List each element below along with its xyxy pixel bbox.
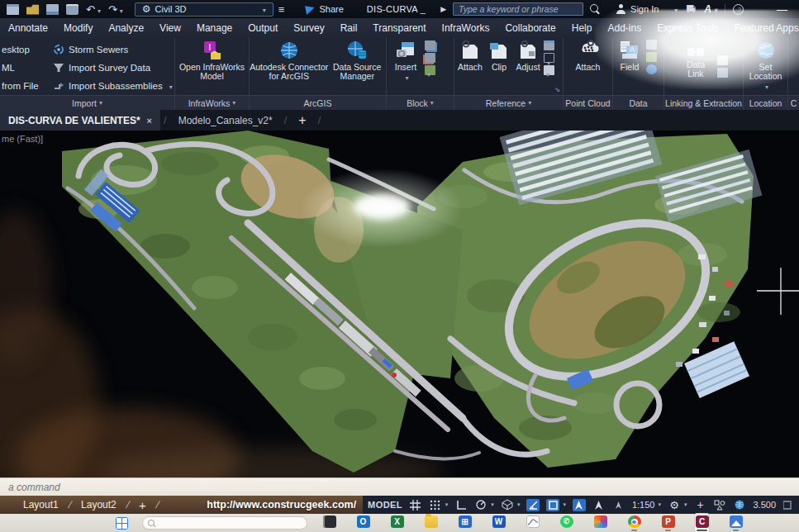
redo-icon[interactable]: ↷ [108, 4, 123, 15]
polar-dropdown-icon[interactable]: ▾ [491, 501, 494, 508]
isometric-drafting-toggle[interactable] [501, 499, 514, 511]
taskbar-app-powerpoint[interactable]: P [661, 514, 675, 532]
field-button[interactable]: A Field [613, 37, 646, 95]
iso-dropdown-icon[interactable]: ▾ [517, 501, 521, 508]
account-dropdown-icon[interactable] [672, 4, 678, 14]
tab-infraworks[interactable]: InfraWorks [442, 22, 490, 34]
tab-manage[interactable]: Manage [197, 22, 232, 34]
subassemblies-dropdown-icon[interactable] [167, 81, 173, 91]
update-fields-icon[interactable] [646, 40, 657, 50]
grid-display-toggle[interactable] [409, 499, 422, 511]
extract-data-icon[interactable] [717, 55, 728, 65]
taskbar-app-chrome[interactable] [627, 514, 641, 532]
import-landxml-item[interactable]: ML [2, 59, 39, 77]
search-input[interactable] [453, 2, 583, 16]
tab-rail[interactable]: Rail [340, 22, 358, 34]
help-icon[interactable] [733, 4, 744, 15]
ole-object-icon[interactable] [646, 52, 657, 62]
start-button[interactable] [116, 517, 128, 530]
model-space-button[interactable]: MODEL [368, 500, 402, 510]
tab-survey[interactable]: Survey [293, 22, 324, 34]
tab-output[interactable]: Output [248, 22, 278, 34]
taskbar-app-grapher[interactable] [526, 514, 540, 532]
polar-tracking-toggle[interactable] [474, 499, 487, 511]
edit-attributes-icon[interactable] [425, 65, 435, 75]
tab-collaborate[interactable]: Collaborate [505, 22, 555, 34]
panel-label-infraworks[interactable]: InfraWorks [175, 95, 249, 110]
minimize-button[interactable]: — [777, 3, 787, 16]
qat-overflow-icon[interactable]: ≡ [278, 4, 285, 15]
tab-analyze[interactable]: Analyze [108, 22, 144, 34]
write-block-icon[interactable] [425, 53, 435, 63]
new-layout-button[interactable]: + [139, 498, 146, 512]
customization-button[interactable] [693, 499, 706, 511]
panel-label-block[interactable]: Block [387, 95, 454, 110]
annotation-scale-value[interactable]: 1:150 [632, 500, 655, 510]
snap-dropdown-icon[interactable]: ▾ [445, 501, 449, 508]
import-points-from-file-item[interactable]: from File [2, 77, 39, 95]
clean-screen-icon[interactable] [781, 499, 794, 511]
annotation-scale-icon[interactable] [612, 499, 625, 511]
isolate-objects-button[interactable] [713, 499, 726, 511]
open-file-icon[interactable] [26, 4, 39, 15]
underlay-layers-icon[interactable] [544, 40, 554, 50]
hyperlink-globe-icon[interactable] [646, 64, 657, 74]
tab-help[interactable]: Help [572, 22, 592, 34]
sign-in-button[interactable]: Sign In [630, 4, 659, 14]
search-icon[interactable] [590, 4, 601, 15]
adjust-reference-button[interactable]: Adjust [512, 37, 544, 95]
workspace-switcher[interactable]: Civil 3D [135, 2, 273, 17]
drawing-tab-modelo-canales[interactable]: Modelo_Canales_v2* [170, 110, 281, 131]
panel-label-reference[interactable]: Reference [454, 95, 563, 110]
tab-modify[interactable]: Modify [64, 22, 93, 34]
clip-reference-button[interactable]: Clip [486, 37, 512, 95]
tab-transparent[interactable]: Transparent [373, 22, 426, 34]
layout2-tab[interactable]: Layout2 [81, 499, 117, 511]
taskbar-app-terminal[interactable] [322, 514, 336, 532]
layout1-tab[interactable]: Layout1 [23, 499, 59, 511]
annotation-visibility-toggle[interactable] [573, 499, 586, 511]
attach-reference-button[interactable]: Attach [454, 37, 486, 95]
panel-label-import[interactable]: Import [0, 95, 174, 110]
save-icon[interactable] [46, 4, 59, 15]
annotation-autoscale-toggle[interactable] [592, 499, 606, 511]
taskbar-app-photos[interactable] [729, 514, 743, 532]
snap-to-underlay-icon[interactable] [544, 65, 554, 75]
workspace-dropdown-icon[interactable] [260, 4, 266, 14]
update-table-icon[interactable] [717, 68, 728, 78]
new-file-icon[interactable] [7, 4, 19, 15]
taskbar-app-word[interactable]: W [492, 514, 506, 532]
new-drawing-tab-button[interactable]: + [290, 110, 314, 131]
arcgis-connector-button[interactable]: Autodesk Connector for ArcGIS [250, 37, 328, 95]
tab-featured-apps[interactable]: Featured Apps [735, 22, 799, 34]
snap-mode-toggle[interactable] [429, 499, 442, 511]
taskbar-app-excel[interactable]: X [390, 514, 404, 532]
insert-block-button[interactable]: Insert [387, 37, 425, 95]
import-desktop-item[interactable]: esktop [2, 40, 39, 59]
tab-express-tools[interactable]: Express Tools [657, 22, 718, 34]
scale-dropdown-icon[interactable]: ▾ [658, 501, 661, 508]
tab-annotate[interactable]: Annotate [8, 22, 48, 34]
drawing-canvas[interactable]: me (Fast)] [0, 131, 799, 477]
attach-pointcloud-button[interactable]: Attach [564, 37, 612, 95]
taskbar-app-outlook[interactable]: O [356, 514, 370, 532]
app-store-cart-icon[interactable] [686, 3, 696, 15]
viewport-controls-label[interactable]: me (Fast)] [2, 134, 43, 144]
osnap-dropdown-icon[interactable]: ▾ [563, 501, 566, 508]
close-tab-icon[interactable]: × [147, 116, 152, 126]
osnap-tracking-toggle[interactable] [526, 499, 540, 511]
workspace-gear-button[interactable] [668, 499, 681, 511]
autodesk-logo-icon[interactable]: A [704, 3, 717, 15]
tab-add-ins[interactable]: Add-ins [607, 22, 641, 34]
undo-icon[interactable]: ↶ [86, 4, 101, 15]
gear-dropdown-icon[interactable]: ▾ [684, 501, 687, 508]
ortho-mode-toggle[interactable] [454, 499, 468, 511]
data-link-button[interactable]: Data Link [679, 37, 712, 95]
reference-dialog-launcher-icon[interactable]: ⇘ [554, 86, 560, 93]
storm-sewers-button[interactable]: Storm Sewers [53, 40, 173, 59]
tab-view[interactable]: View [159, 22, 181, 34]
open-infraworks-model-button[interactable]: I Open InfraWorks Model [175, 37, 249, 95]
import-survey-data-button[interactable]: Import Survey Data [53, 59, 173, 77]
drawing-tab-dis-curva[interactable]: DIS-CURVA DE VALIENTES* × [0, 110, 160, 131]
create-block-icon[interactable] [425, 40, 435, 50]
